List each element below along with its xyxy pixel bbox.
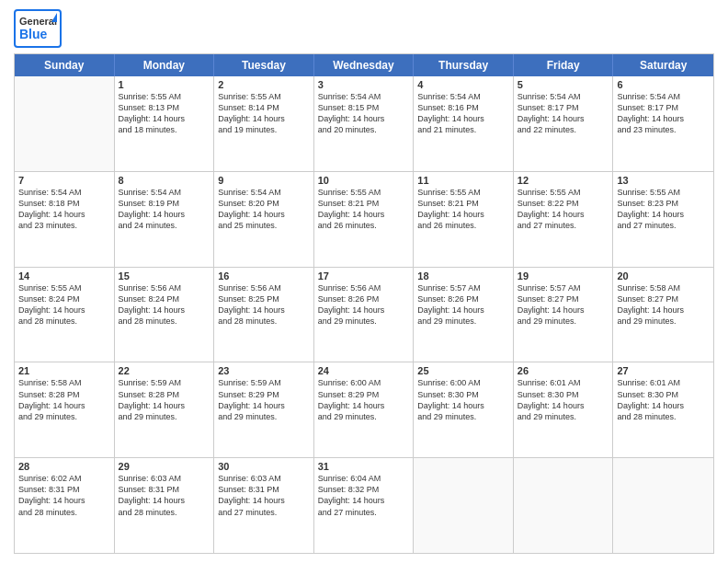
cell-line: and 26 minutes. <box>417 220 509 231</box>
cell-line: Sunrise: 5:54 AM <box>119 187 210 198</box>
cell-line: Daylight: 14 hours <box>318 495 410 506</box>
cell-line: and 21 minutes. <box>417 124 509 135</box>
logo-general-text: General <box>19 16 56 27</box>
cell-line: Daylight: 14 hours <box>518 400 609 411</box>
cell-line: and 29 minutes. <box>417 316 509 327</box>
day-header-friday: Friday <box>514 54 614 76</box>
cal-cell: 9Sunrise: 5:54 AMSunset: 8:20 PMDaylight… <box>214 172 314 267</box>
cal-cell: 17Sunrise: 5:56 AMSunset: 8:26 PMDayligh… <box>314 268 415 362</box>
day-number: 7 <box>18 175 110 186</box>
cell-line: and 28 minutes. <box>617 411 710 422</box>
cal-cell: 18Sunrise: 5:57 AMSunset: 8:26 PMDayligh… <box>414 268 514 362</box>
cal-cell: 2Sunrise: 5:55 AMSunset: 8:14 PMDaylight… <box>214 76 314 171</box>
day-number: 11 <box>417 175 509 186</box>
day-number: 24 <box>318 365 410 376</box>
cell-line: Sunrise: 5:54 AM <box>318 91 410 102</box>
cal-cell: 3Sunrise: 5:54 AMSunset: 8:15 PMDaylight… <box>314 76 415 171</box>
cell-line: Daylight: 14 hours <box>518 304 609 316</box>
cal-cell: 14Sunrise: 5:55 AMSunset: 8:24 PMDayligh… <box>15 268 115 362</box>
cell-line: Sunrise: 5:58 AM <box>18 377 110 388</box>
cal-cell: 25Sunrise: 6:00 AMSunset: 8:30 PMDayligh… <box>414 362 514 457</box>
cell-line: Sunrise: 6:02 AM <box>18 473 110 484</box>
day-header-sunday: Sunday <box>15 54 115 76</box>
cell-line: Sunset: 8:30 PM <box>417 389 509 400</box>
calendar-header: SundayMondayTuesdayWednesdayThursdayFrid… <box>15 54 713 76</box>
day-number: 14 <box>18 270 110 282</box>
header: General Blue <box>14 9 714 48</box>
day-number: 12 <box>518 175 609 186</box>
cell-line: Sunset: 8:26 PM <box>417 293 509 304</box>
cell-line: Daylight: 14 hours <box>119 400 210 411</box>
day-number: 31 <box>318 461 410 472</box>
cell-line: Daylight: 14 hours <box>218 495 310 506</box>
cell-line: Sunset: 8:16 PM <box>417 102 509 113</box>
cell-line: and 29 minutes. <box>518 411 609 422</box>
calendar: SundayMondayTuesdayWednesdayThursdayFrid… <box>14 53 714 554</box>
cell-line: Sunset: 8:31 PM <box>218 484 310 495</box>
day-number: 20 <box>617 270 710 282</box>
cell-line: Daylight: 14 hours <box>518 209 609 220</box>
day-number: 28 <box>18 461 110 472</box>
cell-line: Daylight: 14 hours <box>218 113 310 124</box>
logo-triangle-icon <box>51 13 57 22</box>
cell-line: Sunrise: 5:55 AM <box>18 282 110 293</box>
cal-cell: 24Sunrise: 6:00 AMSunset: 8:29 PMDayligh… <box>314 362 415 457</box>
cell-line: Daylight: 14 hours <box>417 113 509 124</box>
page: General Blue SundayMondayTuesdayWednesda… <box>0 0 728 563</box>
cell-line: Sunrise: 5:55 AM <box>218 91 310 102</box>
cell-line: Sunrise: 5:59 AM <box>119 377 210 388</box>
cell-line: Sunset: 8:29 PM <box>318 389 410 400</box>
logo: General Blue <box>14 9 62 48</box>
cell-line: Sunrise: 5:54 AM <box>518 91 609 102</box>
cell-line: Sunset: 8:25 PM <box>218 293 310 304</box>
cell-line: and 29 minutes. <box>18 411 110 422</box>
cell-line: Daylight: 14 hours <box>218 304 310 316</box>
cal-cell: 20Sunrise: 5:58 AMSunset: 8:27 PMDayligh… <box>613 268 713 362</box>
cell-line: Sunrise: 5:59 AM <box>218 377 310 388</box>
cal-cell: 30Sunrise: 6:03 AMSunset: 8:31 PMDayligh… <box>214 458 314 553</box>
cell-line: Sunrise: 5:56 AM <box>218 282 310 293</box>
cell-line: and 29 minutes. <box>318 316 410 327</box>
cell-line: Sunrise: 5:54 AM <box>417 91 509 102</box>
week-row-1: 1Sunrise: 5:55 AMSunset: 8:13 PMDaylight… <box>15 76 713 172</box>
day-number: 17 <box>318 270 410 282</box>
day-number: 26 <box>518 365 609 376</box>
cal-cell: 16Sunrise: 5:56 AMSunset: 8:25 PMDayligh… <box>214 268 314 362</box>
cell-line: Sunset: 8:22 PM <box>518 198 609 209</box>
cell-line: Sunrise: 5:55 AM <box>417 187 509 198</box>
cell-line: Sunrise: 6:03 AM <box>119 473 210 484</box>
cal-cell: 31Sunrise: 6:04 AMSunset: 8:32 PMDayligh… <box>314 458 415 553</box>
day-number: 23 <box>218 365 310 376</box>
cell-line: and 27 minutes. <box>617 220 710 231</box>
cell-line: Sunrise: 5:57 AM <box>518 282 609 293</box>
cell-line: and 29 minutes. <box>617 316 710 327</box>
cell-line: and 23 minutes. <box>617 124 710 135</box>
cell-line: Sunrise: 5:54 AM <box>617 91 710 102</box>
cell-line: Sunrise: 6:03 AM <box>218 473 310 484</box>
cell-line: Sunset: 8:28 PM <box>18 389 110 400</box>
day-number: 5 <box>518 79 609 90</box>
day-number: 21 <box>18 365 110 376</box>
cal-cell: 11Sunrise: 5:55 AMSunset: 8:21 PMDayligh… <box>414 172 514 267</box>
cell-line: Sunset: 8:31 PM <box>119 484 210 495</box>
cell-line: Daylight: 14 hours <box>18 400 110 411</box>
cell-line: Sunrise: 5:58 AM <box>617 282 710 293</box>
cell-line: Daylight: 14 hours <box>617 400 710 411</box>
cell-line: and 28 minutes. <box>119 507 210 518</box>
cell-line: Sunrise: 5:56 AM <box>318 282 410 293</box>
cell-line: and 23 minutes. <box>18 220 110 231</box>
cell-line: Daylight: 14 hours <box>617 113 710 124</box>
day-number: 4 <box>417 79 509 90</box>
day-number: 8 <box>119 175 210 186</box>
day-number: 16 <box>218 270 310 282</box>
cell-line: Sunset: 8:31 PM <box>18 484 110 495</box>
cell-line: and 20 minutes. <box>318 124 410 135</box>
day-number: 13 <box>617 175 710 186</box>
cell-line: Daylight: 14 hours <box>318 209 410 220</box>
cell-line: Daylight: 14 hours <box>18 304 110 316</box>
cell-line: Sunset: 8:26 PM <box>318 293 410 304</box>
cell-line: and 25 minutes. <box>218 220 310 231</box>
cell-line: Sunset: 8:28 PM <box>119 389 210 400</box>
week-row-5: 28Sunrise: 6:02 AMSunset: 8:31 PMDayligh… <box>15 458 713 553</box>
cell-line: Sunrise: 6:00 AM <box>417 377 509 388</box>
